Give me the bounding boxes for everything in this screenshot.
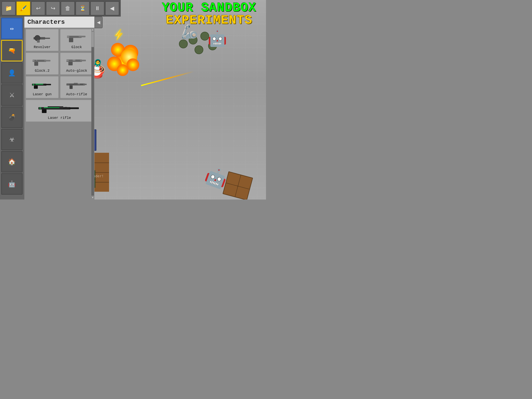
robot-green: 🤖 (208, 29, 227, 48)
sidebar-item-arrows[interactable]: ⇔ (1, 18, 23, 39)
timer-icon: ⏳ (79, 5, 86, 12)
lasergun-icon (31, 78, 54, 91)
svg-rect-27 (78, 84, 80, 84)
svg-rect-25 (70, 85, 73, 89)
svg-rect-14 (80, 60, 86, 61)
revolver-label: Revolver (34, 45, 51, 49)
svg-rect-21 (35, 84, 43, 85)
svg-rect-7 (67, 36, 69, 38)
laserrifle-label: Laser rifle (48, 116, 71, 120)
sidebar-item-sword[interactable]: ⚔ (1, 84, 23, 106)
delete-icon: 🗑 (65, 5, 70, 12)
folder-icon: 📁 (5, 5, 12, 12)
svg-rect-6 (69, 38, 73, 42)
weapon-item-glock[interactable]: Glock (60, 29, 93, 51)
sword-icon: ⚔ (9, 91, 15, 99)
svg-rect-8 (32, 60, 46, 62)
lasergun-label: Laser gun (33, 92, 52, 96)
sidebar-item-biohazard[interactable]: ☣ (1, 129, 23, 150)
sidebar-item-house[interactable]: 🏠 (1, 151, 23, 172)
svg-rect-15 (68, 62, 73, 65)
svg-rect-17 (66, 60, 69, 61)
svg-rect-10 (34, 62, 38, 66)
bomb-icon: 💣 (8, 114, 16, 121)
robot-icon: 🤖 (8, 180, 16, 188)
undo-button[interactable]: ↩ (31, 1, 45, 15)
house-icon: 🏠 (8, 158, 16, 165)
head-icon: 👤 (8, 69, 16, 77)
gun-icon: 🔫 (8, 47, 16, 54)
glock-label: Glock (71, 45, 82, 49)
panel-title: Characters (27, 19, 65, 26)
autorifle-label: Auto-rifle (66, 92, 87, 96)
weapon-item-revolver[interactable]: Revolver (25, 29, 59, 51)
svg-point-22 (32, 84, 34, 86)
pause-icon: ⏸ (95, 5, 100, 12)
toggle-arrow-icon: ◀ (97, 20, 100, 25)
scroll-thumb[interactable] (91, 32, 94, 47)
delete-button[interactable]: 🗑 (61, 1, 75, 15)
laser-beam-effect (141, 71, 194, 86)
title-line1: YOUR SANDBOX (162, 1, 256, 14)
panel-header: Characters (24, 17, 95, 28)
weapon-item-glock2[interactable]: Glock.2 (25, 52, 59, 75)
autoglock-label: Auto-glock (66, 69, 87, 73)
game-title: YOUR SANDBOX EXPERIMENTS (162, 1, 256, 26)
svg-rect-31 (42, 109, 47, 113)
svg-rect-36 (64, 107, 67, 108)
arrows-icon: ⇔ (10, 25, 14, 32)
sidebar-item-head[interactable]: 👤 (1, 62, 23, 84)
title-line2: EXPERIMENTS (162, 14, 256, 26)
biohazard-icon: ☣ (9, 136, 15, 143)
panel-scroll-area[interactable]: Revolver Glock (24, 28, 95, 200)
sidebar-item-bomb[interactable]: 💣 (1, 107, 23, 128)
pause-button[interactable]: ⏸ (90, 1, 104, 15)
weapon-item-lasergun[interactable]: Laser gun (25, 76, 59, 98)
toolbar: 📁 🖌️ ↩ ↪ 🗑 ⏳ ⏸ ◀ (0, 0, 121, 17)
scroll-down-button[interactable]: ▼ (91, 196, 94, 200)
svg-rect-30 (69, 107, 79, 109)
glock-icon (65, 31, 89, 45)
svg-rect-26 (74, 83, 78, 84)
autorifle-icon (65, 78, 89, 91)
sidebar: ⇔ 🔫 👤 ⚔ 💣 ☣ 🏠 🤖 (0, 17, 24, 200)
svg-rect-35 (59, 107, 63, 108)
svg-rect-19 (44, 84, 51, 85)
revolver-icon (31, 31, 54, 45)
weapon-item-laserrifle[interactable]: Laser rifle (25, 100, 93, 122)
panel-toggle-button[interactable]: ◀ (95, 17, 103, 28)
weapons-panel: Characters Revolver (24, 17, 95, 200)
paint-button[interactable]: 🖌️ (16, 1, 30, 15)
sidebar-item-robot[interactable]: 🤖 (1, 173, 23, 195)
folder-button[interactable]: 📁 (1, 1, 16, 15)
laserrifle-icon (38, 102, 81, 115)
svg-rect-3 (37, 40, 40, 43)
svg-rect-12 (36, 60, 37, 61)
svg-rect-16 (73, 60, 75, 61)
redo-button[interactable]: ↪ (46, 1, 60, 15)
svg-point-34 (39, 107, 41, 109)
svg-rect-20 (34, 86, 38, 89)
collapse-button[interactable]: ◀ (105, 1, 119, 15)
svg-rect-2 (43, 38, 50, 39)
paint-icon: 🖌️ (20, 5, 27, 12)
arrow-left-icon: ◀ (110, 5, 114, 12)
scroll-up-button[interactable]: ▲ (91, 28, 94, 32)
svg-rect-5 (79, 36, 85, 37)
glock2-icon (31, 54, 54, 68)
svg-rect-9 (44, 60, 51, 62)
lightning-effect: ⚡ (112, 28, 126, 41)
redo-icon: ↪ (51, 5, 55, 12)
weapon-item-autoglock[interactable]: Auto-glock (60, 52, 93, 75)
autoglock-icon (65, 54, 89, 68)
svg-rect-24 (83, 84, 87, 85)
weapon-item-autorifle[interactable]: Auto-rifle (60, 76, 93, 98)
timer-button[interactable]: ⏳ (76, 1, 89, 15)
svg-rect-11 (32, 60, 34, 61)
glock2-label: Glock.2 (35, 69, 50, 73)
sidebar-item-gun[interactable]: 🔫 (1, 40, 23, 61)
scroll-track: ▲ ▼ (91, 28, 94, 200)
undo-icon: ↩ (36, 5, 40, 12)
svg-rect-28 (66, 84, 69, 85)
weapon-grid: Revolver Glock (25, 29, 93, 122)
